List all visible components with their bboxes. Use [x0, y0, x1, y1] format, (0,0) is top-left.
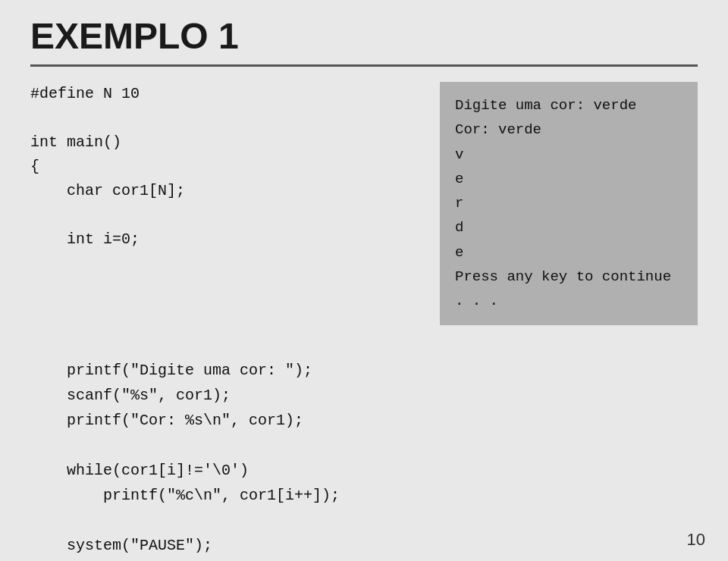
- code-line: return 0;: [30, 558, 698, 561]
- page-number: 10: [687, 530, 705, 550]
- content-area: #define N 10 int main(){ char cor1[N]; i…: [30, 82, 698, 325]
- output-line: r: [455, 191, 682, 215]
- code-line: [30, 508, 698, 533]
- code-line: [30, 433, 698, 458]
- code-line: scanf("%s", cor1);: [30, 383, 698, 408]
- code-bottom: printf("Digite uma cor: "); scanf("%s", …: [30, 333, 698, 561]
- code-line: printf("Cor: %s\n", cor1);: [30, 408, 698, 433]
- output-line: e: [455, 240, 682, 265]
- slide-title: EXEMPLO 1: [30, 15, 698, 67]
- output-line: d: [455, 215, 682, 240]
- code-line: printf("%c\n", cor1[i++]);: [30, 483, 698, 508]
- code-section: #define N 10 int main(){ char cor1[N]; i…: [30, 82, 425, 325]
- output-line: Press any key to continue . . .: [455, 265, 682, 314]
- code-line: #define N 10: [30, 82, 425, 106]
- code-line: [30, 333, 698, 358]
- code-line: [30, 203, 425, 227]
- code-line: printf("Digite uma cor: ");: [30, 358, 698, 383]
- code-line: while(cor1[i]!='\0'): [30, 458, 698, 483]
- output-line: e: [455, 167, 682, 191]
- output-box: Digite uma cor: verdeCor: verdeverdePres…: [440, 82, 698, 325]
- code-line: char cor1[N];: [30, 179, 425, 203]
- code-line: int main(): [30, 130, 425, 155]
- slide-container: EXEMPLO 1 #define N 10 int main(){ char …: [0, 0, 728, 561]
- output-line: Digite uma cor: verde: [455, 93, 682, 118]
- code-line: {: [30, 155, 425, 179]
- code-line: [30, 106, 425, 130]
- code-line: system("PAUSE");: [30, 533, 698, 558]
- code-line: int i=0;: [30, 227, 425, 252]
- output-line: Cor: verde: [455, 118, 682, 142]
- output-line: v: [455, 143, 682, 167]
